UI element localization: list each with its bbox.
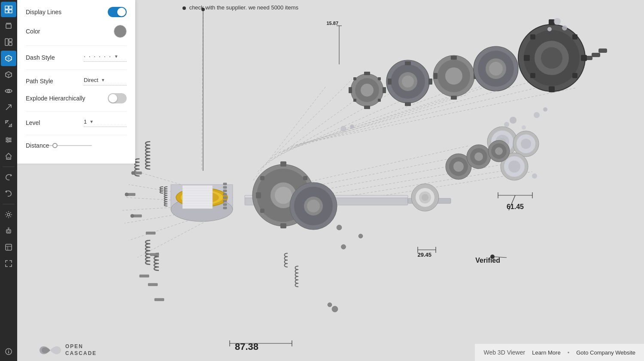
svg-rect-126 [383,87,386,93]
svg-point-38 [8,350,9,351]
sidebar-btn-arrow[interactable] [1,100,16,115]
sidebar-btn-home[interactable] [1,149,16,164]
svg-rect-129 [364,106,370,109]
svg-rect-79 [223,197,227,199]
svg-point-215 [522,125,526,130]
svg-rect-130 [378,77,381,80]
svg-rect-98 [146,232,155,234]
svg-rect-80 [223,200,227,202]
explode-track [108,93,127,103]
sidebar-btn-robot[interactable] [1,223,16,239]
dash-style-row: Dash Style · · · · · · ▼ [26,53,127,62]
sidebar-btn-resize[interactable] [1,116,16,131]
sidebar-btn-undo[interactable] [1,186,16,201]
sidebar-btn-layers[interactable] [1,18,16,33]
svg-point-217 [543,107,547,112]
learn-more-link[interactable]: Learn More [532,349,560,356]
level-row: Level 1 ▼ [26,118,127,127]
svg-point-29 [9,231,10,231]
logo-line2: CASCADE [65,350,97,357]
app-title: Web 3D Viewer [483,349,525,356]
svg-rect-78 [223,193,227,195]
svg-rect-139 [388,79,392,85]
level-dropdown[interactable]: 1 ▼ [84,118,127,127]
dim-87-label: 87.38 [235,341,258,352]
svg-rect-147 [451,56,457,60]
svg-point-26 [7,213,10,216]
opencascade-logo [39,343,61,358]
sidebar-btn-redo[interactable] [1,170,16,185]
svg-rect-0 [5,6,8,9]
svg-rect-131 [378,99,381,102]
svg-point-156 [541,47,562,69]
svg-point-216 [534,112,540,118]
svg-point-213 [504,122,509,127]
svg-rect-166 [592,53,600,57]
svg-point-211 [340,126,346,132]
svg-point-212 [350,124,354,129]
goto-website-link[interactable]: Goto Company Website [576,349,635,356]
sidebar-btn-info[interactable] [1,344,16,359]
svg-point-137 [402,76,414,88]
svg-rect-159 [549,19,555,25]
svg-point-218 [532,173,537,179]
svg-point-188 [358,234,363,238]
svg-rect-2 [5,10,8,13]
sidebar-btn-gear[interactable] [1,207,16,222]
sidebar-btn-cube[interactable] [1,51,16,66]
sidebar-btn-expand[interactable] [1,256,16,271]
svg-point-15 [8,90,10,92]
svg-rect-133 [353,99,356,102]
path-style-value: Direct [84,77,98,83]
explode-row: Explode Hierarchically [26,93,127,103]
sidebar-btn-eye[interactable] [1,83,16,99]
dash-style-dropdown[interactable]: · · · · · · ▼ [84,53,127,62]
bottom-bar: Web 3D Viewer Learn More • Goto Company … [475,344,644,361]
svg-point-125 [361,84,374,97]
svg-point-95 [125,193,128,196]
logo-area: OPEN CASCADE [34,340,102,361]
svg-rect-7 [9,39,12,42]
sidebar-btn-layout[interactable] [1,34,16,50]
display-lines-track [108,7,127,17]
svg-point-177 [508,161,520,173]
svg-rect-141 [405,102,411,106]
explode-toggle[interactable] [108,93,127,103]
distance-slider-thumb[interactable] [52,143,58,148]
svg-rect-76 [223,186,227,188]
svg-rect-138 [428,79,432,85]
explode-label: Explode Hierarchically [26,95,85,102]
divider-4 [26,135,127,135]
color-label: Color [26,28,40,35]
color-swatch[interactable] [114,25,127,38]
svg-rect-82 [223,207,227,209]
svg-rect-148 [451,96,457,100]
svg-point-183 [474,152,483,161]
dash-style-label: Dash Style [26,54,55,61]
dash-style-arrow: ▼ [114,54,118,59]
dim-61-label: 61.45 [507,203,524,211]
note-annotation: check with the supplier. we need 5000 it… [182,4,298,11]
svg-rect-109 [280,161,286,167]
svg-rect-140 [405,61,411,65]
sidebar-btn-grid[interactable] [1,2,16,17]
divider-1 [26,46,127,46]
svg-rect-113 [260,176,264,180]
svg-rect-27 [6,230,11,233]
display-lines-toggle[interactable] [108,7,127,17]
path-style-label: Path Style [26,78,53,85]
svg-point-189 [341,245,346,249]
svg-point-122 [422,194,428,201]
svg-rect-99 [150,253,159,256]
sidebar-btn-settings[interactable] [1,240,16,255]
sidebar-btn-settings2[interactable] [1,132,16,148]
sidebar-btn-box[interactable] [1,67,16,82]
svg-point-174 [521,139,531,149]
path-style-dropdown[interactable]: Direct ▼ [84,77,127,85]
svg-rect-77 [223,190,227,192]
svg-point-191 [328,303,332,307]
distance-slider-track[interactable] [49,145,92,146]
svg-point-21 [9,139,11,141]
level-arrow: ▼ [89,119,94,124]
footer-separator: • [568,349,570,356]
